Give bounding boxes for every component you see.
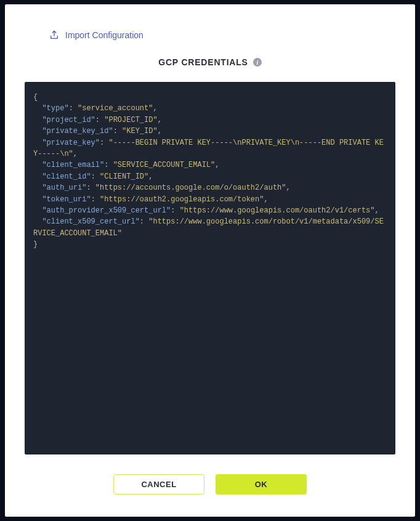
title-row: GCP CREDENTIALS i — [5, 40, 415, 82]
cancel-button[interactable]: CANCEL — [113, 474, 204, 495]
credentials-modal: Import Configuration GCP CREDENTIALS i {… — [5, 4, 415, 517]
import-link-label: Import Configuration — [65, 30, 143, 40]
import-row: Import Configuration — [5, 4, 415, 40]
modal-title: GCP CREDENTIALS — [158, 57, 248, 67]
credentials-json: { "type": "service_account", "project_id… — [33, 93, 384, 249]
import-configuration-link[interactable]: Import Configuration — [49, 30, 143, 40]
import-icon — [49, 30, 59, 40]
info-icon[interactable]: i — [253, 58, 262, 67]
button-row: CANCEL OK — [5, 454, 415, 517]
credentials-code-area[interactable]: { "type": "service_account", "project_id… — [25, 82, 395, 454]
ok-button[interactable]: OK — [216, 474, 307, 495]
